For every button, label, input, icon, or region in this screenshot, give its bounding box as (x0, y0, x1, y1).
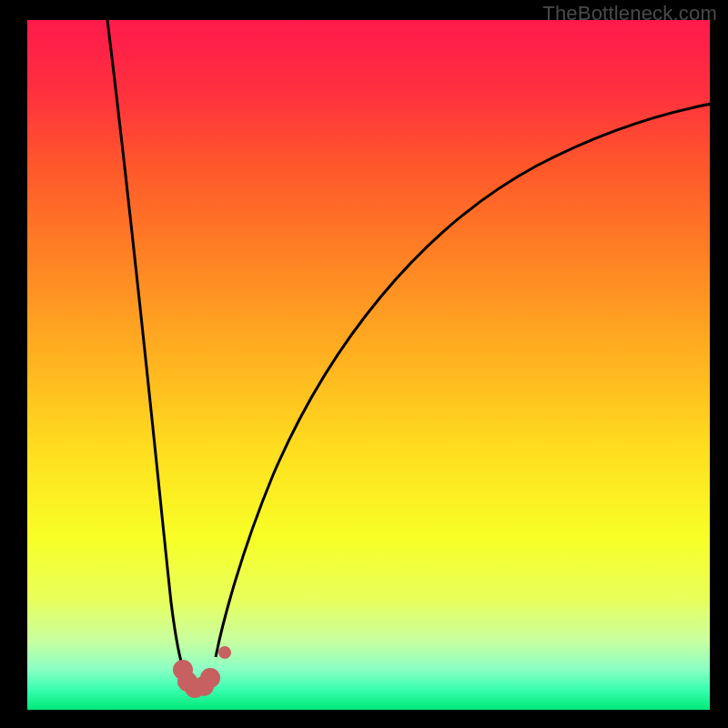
marker-dot (218, 646, 231, 659)
gradient-background (27, 20, 710, 710)
chart-frame: TheBottleneck.com (0, 0, 728, 728)
watermark-text: TheBottleneck.com (542, 2, 717, 25)
marker-dot (200, 668, 220, 688)
plot-area (27, 20, 710, 710)
chart-svg (27, 20, 710, 710)
